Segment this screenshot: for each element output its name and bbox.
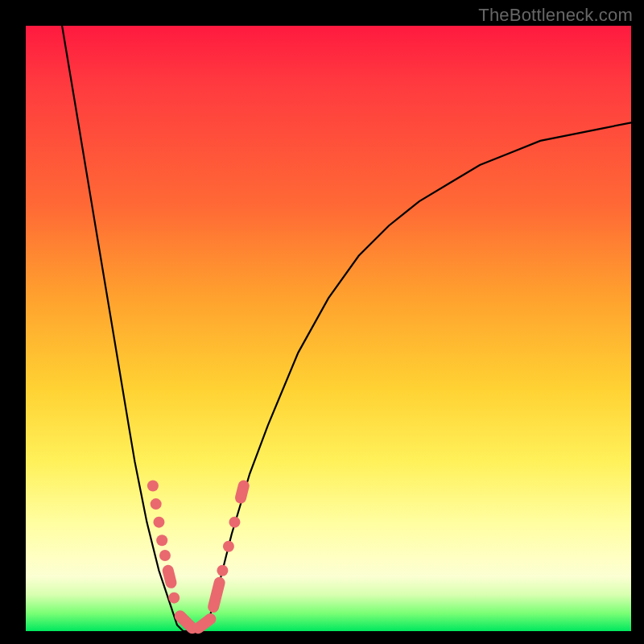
plot-area — [26, 26, 631, 631]
marker-pill — [168, 571, 171, 583]
marker-dot — [151, 498, 162, 510]
marker-dot — [223, 541, 234, 552]
marker-pill — [180, 616, 192, 628]
chart-frame: TheBottleneck.com — [0, 0, 644, 644]
marker-pill — [213, 583, 220, 607]
marker-dot — [153, 517, 164, 528]
marker-pill — [241, 486, 244, 498]
marker-dot — [156, 535, 167, 546]
marker-dot — [229, 517, 240, 528]
marker-dot — [168, 592, 180, 604]
marker-dot — [147, 481, 159, 492]
watermark-text: TheBottleneck.com — [478, 5, 633, 26]
marker-pill — [198, 619, 210, 628]
marker-dot — [159, 550, 171, 561]
curve-layer — [26, 26, 631, 631]
bottleneck-curve — [62, 26, 631, 631]
marker-dot — [217, 565, 228, 576]
